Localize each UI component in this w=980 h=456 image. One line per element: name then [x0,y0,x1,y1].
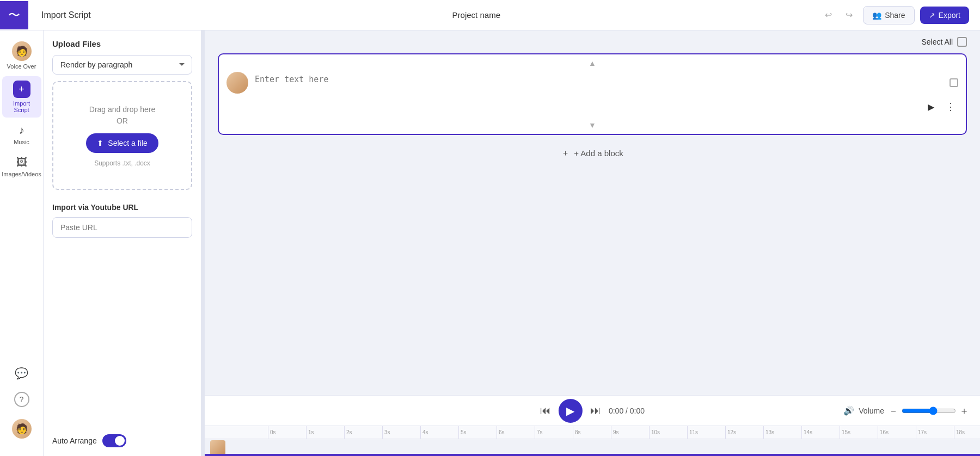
music-icon: ♪ [19,124,24,137]
sidebar-item-chat[interactable]: 💬 [2,362,41,384]
sidebar-item-images-videos[interactable]: 🖼 Images/Videos [2,152,41,182]
topbar-title: Import Script [35,10,402,20]
ruler-mark: 17s [916,426,954,439]
zoom-out-button[interactable]: － [889,404,898,417]
voice-over-avatar: 🧑 [12,41,32,61]
ruler-mark: 9s [611,426,649,439]
redo-button[interactable]: ↪ [840,7,857,24]
skip-forward-button[interactable]: ⏭ [590,404,601,417]
ruler-mark: 4s [420,426,458,439]
block-play-button[interactable]: ▶ [923,99,939,114]
ruler-mark: 1s [306,426,344,439]
ruler-mark: 3s [382,426,420,439]
ruler-mark: 12s [725,426,763,439]
youtube-section-label: Import via Youtube URL [52,203,192,212]
export-icon: ↗ [929,11,935,20]
ruler-mark: 0s [268,426,306,439]
timeline-bar: 0s1s2s3s4s5s6s7s8s9s10s11s12s13s14s15s16… [205,426,980,456]
ruler-mark: 5s [458,426,497,439]
import-script-icon: + [13,81,30,98]
share-button[interactable]: 👥 Share [863,6,914,24]
volume-icon: 🔊 [843,405,854,416]
ruler-mark: 2s [344,426,382,439]
ruler-mark: 18s [954,426,980,439]
volume-slider[interactable] [902,406,956,415]
zoom-in-button[interactable]: ＋ [959,404,969,417]
select-all-area[interactable]: Select All [921,37,967,47]
block-more-button[interactable]: ⋮ [943,99,958,114]
ruler-mark: 10s [649,426,687,439]
ruler-mark: 6s [497,426,535,439]
script-block: ▲ ▶ ⋮ ▼ [218,53,967,135]
bottom-bar: ⏮ ▶ ⏭ 0:00 / 0:00 🔊 Volume － ＋ [205,395,980,426]
zoom-controls: － ＋ [889,404,969,417]
play-button[interactable]: ▶ [559,399,583,423]
ruler-mark: 16s [878,426,916,439]
undo-button[interactable]: ↩ [819,7,837,24]
time-display: 0:00 / 0:00 [609,406,645,415]
main-area: 🧑 Voice Over + Import Script ♪ Music 🖼 I… [0,30,980,456]
select-all-checkbox[interactable] [957,37,967,47]
timeline-thumb [210,440,225,455]
import-panel: Upload Files Render by paragraph Drag an… [44,30,201,456]
chat-icon: 💬 [15,367,28,380]
ruler-mark: 15s [840,426,878,439]
undo-redo: ↩ ↪ [819,7,857,24]
toggle-thumb [115,436,125,446]
upload-files-heading: Upload Files [52,39,192,48]
volume-control: 🔊 Volume － ＋ [843,404,969,417]
block-up-button[interactable]: ▲ [585,58,599,69]
upload-icon: ⬆ [97,139,103,147]
timeline-progress [205,454,980,456]
dropzone[interactable]: Drag and drop here OR ⬆ Select a file Su… [52,81,192,190]
auto-arrange-label: Auto Arrange [52,436,97,445]
auto-arrange-toggle[interactable] [102,434,126,447]
select-file-button[interactable]: ⬆ Select a file [86,133,158,153]
sidebar-icons: 🧑 Voice Over + Import Script ♪ Music 🖼 I… [0,30,44,456]
ruler-mark: 8s [573,426,611,439]
ruler-mark: 14s [801,426,840,439]
block-down-button[interactable]: ▼ [585,120,599,131]
supports-text: Supports .txt, .docx [94,159,150,167]
sidebar-item-music[interactable]: ♪ Music [2,120,41,150]
playback-controls: ⏮ ▶ ⏭ 0:00 / 0:00 [540,399,645,423]
help-icon: ? [14,392,29,407]
add-block-button[interactable]: ＋ + Add a block [218,141,967,165]
ruler-mark: 7s [535,426,573,439]
profile-avatar: 🧑 [12,419,32,439]
skip-back-button[interactable]: ⏮ [540,404,551,417]
export-button[interactable]: ↗ Export [920,7,969,24]
ruler-mark: 11s [687,426,725,439]
render-mode-dropdown[interactable]: Render by paragraph [52,55,192,75]
ruler-mark: 13s [763,426,801,439]
block-text-input[interactable] [255,75,950,91]
block-actions [950,78,958,87]
topbar-actions: ↩ ↪ 👥 Share ↗ Export [819,6,969,24]
block-avatar [226,72,248,94]
block-checkbox[interactable] [950,78,958,87]
timeline-track[interactable] [205,439,980,456]
timeline-ruler: 0s1s2s3s4s5s6s7s8s9s10s11s12s13s14s15s16… [205,426,980,439]
sidebar-item-profile[interactable]: 🧑 [2,415,41,443]
blocks-area: ▲ ▶ ⋮ ▼ [205,53,980,395]
logo-icon: 〜 [8,7,20,23]
logo: 〜 [0,1,28,29]
dropzone-text: Drag and drop here OR [89,104,155,127]
add-block-icon: ＋ [561,148,569,158]
topbar: 〜 Import Script Project name ↩ ↪ 👥 Share… [0,0,980,30]
images-videos-icon: 🖼 [16,156,27,169]
share-icon: 👥 [872,11,881,20]
sidebar-item-import-script[interactable]: + Import Script [2,76,41,118]
content-area: Select All ▲ ▶ [205,30,980,456]
content-header: Select All [205,30,980,53]
sidebar-item-voice-over[interactable]: 🧑 Voice Over [2,37,41,74]
sidebar-item-help[interactable]: ? [2,387,41,411]
youtube-url-input[interactable] [52,217,192,238]
project-name: Project name [409,10,813,20]
